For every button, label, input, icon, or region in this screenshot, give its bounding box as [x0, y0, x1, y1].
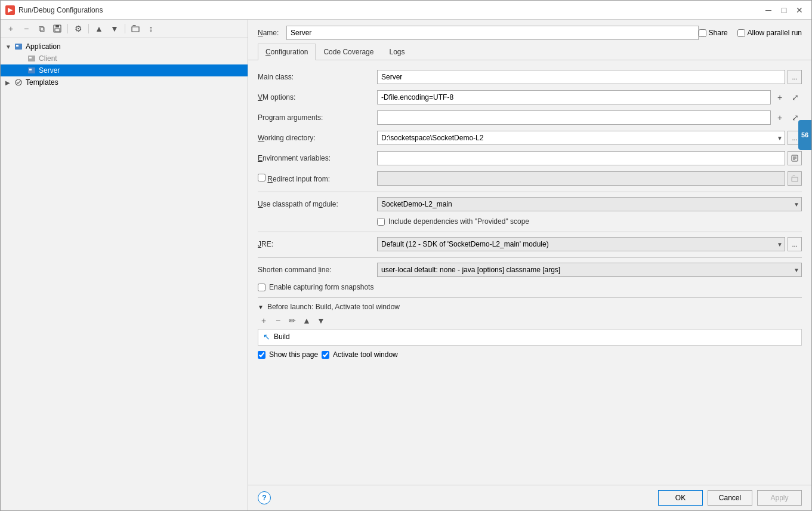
config-tree[interactable]: ▼ Application ▶ Client ▶	[1, 38, 248, 510]
title-bar: ▶ Run/Debug Configurations ─ □ ✕	[1, 1, 811, 20]
show-page-checkbox[interactable]	[258, 351, 265, 359]
templates-icon	[14, 78, 23, 87]
jre-browse-button[interactable]: ...	[788, 237, 802, 251]
redirect-browse-button[interactable]	[788, 171, 802, 186]
bl-add-button[interactable]: +	[258, 315, 270, 327]
arrow-icon: ▶	[5, 79, 14, 86]
header-checkboxes: Share Allow parallel run	[699, 29, 802, 37]
program-args-control: + ⤢	[377, 110, 802, 125]
application-icon	[14, 42, 23, 51]
classpath-select[interactable]: SocketDemo-L2_main	[377, 197, 802, 211]
redirect-text: Redirect input from:	[267, 175, 330, 183]
parallel-label: Allow parallel run	[748, 29, 802, 37]
classpath-control: SocketDemo-L2_main ▼	[377, 197, 802, 211]
bl-down-button[interactable]: ▼	[315, 315, 327, 327]
program-args-row: Program arguments: + ⤢	[258, 110, 802, 125]
tabs-row: Configuration Code Coverage Logs	[248, 44, 811, 60]
program-args-input[interactable]	[377, 110, 771, 125]
jre-row: JRE: Default (12 - SDK of 'SocketDemo-L2…	[258, 237, 802, 251]
bl-remove-button[interactable]: −	[272, 315, 284, 327]
section-divider-4	[258, 297, 802, 298]
tree-item-application[interactable]: ▼ Application	[1, 41, 248, 53]
section-divider-1	[258, 192, 802, 192]
main-class-label: Main class:	[258, 73, 377, 81]
parallel-checkbox[interactable]	[737, 29, 745, 37]
env-vars-input[interactable]	[377, 151, 785, 165]
help-button[interactable]: ?	[258, 491, 271, 504]
env-vars-row: Environment variables:	[258, 151, 802, 165]
tab-logs[interactable]: Logs	[381, 44, 412, 60]
main-class-row: Main class: ...	[258, 70, 802, 84]
build-label: Build	[274, 333, 290, 341]
right-panel: Name: Share Allow parallel run	[248, 20, 811, 510]
copy-config-button[interactable]: ⧉	[35, 22, 48, 35]
show-page-label: Show this page	[269, 350, 318, 359]
include-deps-row: Include dependencies with "Provided" sco…	[377, 217, 802, 226]
jre-select[interactable]: Default (12 - SDK of 'SocketDemo-L2_main…	[377, 237, 785, 251]
build-list: ↖ Build	[258, 329, 802, 346]
left-panel: + − ⧉ ⚙ ▲ ▼ ↕ ▼	[1, 20, 248, 510]
move-to-folder-button[interactable]	[129, 22, 142, 35]
build-item: ↖ Build	[258, 330, 801, 344]
before-launch-toolbar: + − ✏ ▲ ▼	[258, 315, 802, 327]
dialog-title: Run/Debug Configurations	[18, 6, 103, 14]
bl-edit-button[interactable]: ✏	[286, 315, 298, 327]
env-vars-edit-button[interactable]	[788, 151, 802, 165]
vm-options-label: VM options:	[258, 93, 377, 101]
vm-options-input[interactable]	[377, 90, 771, 104]
content-area: + − ⧉ ⚙ ▲ ▼ ↕ ▼	[1, 20, 811, 510]
move-up-button[interactable]: ▲	[92, 22, 106, 35]
move-down-button[interactable]: ▼	[108, 22, 121, 35]
activate-tool-window-checkbox[interactable]	[322, 351, 329, 359]
ok-button[interactable]: OK	[658, 490, 703, 506]
sort-button[interactable]: ↕	[144, 22, 158, 35]
vm-maximize-button[interactable]: ⤢	[789, 91, 802, 104]
apply-button[interactable]: Apply	[757, 490, 802, 506]
args-expand-button[interactable]: +	[773, 111, 786, 124]
save-config-button[interactable]	[51, 22, 64, 35]
redirect-checkbox[interactable]	[258, 174, 265, 181]
tree-item-server[interactable]: ▶ Server	[1, 64, 248, 76]
jre-control: Default (12 - SDK of 'SocketDemo-L2_main…	[377, 237, 802, 251]
name-label: Name:	[258, 29, 282, 37]
redirect-input[interactable]	[377, 171, 785, 186]
tab-configuration[interactable]: Configuration	[258, 44, 316, 60]
settings-button[interactable]: ⚙	[72, 22, 85, 35]
show-page-row: Show this page Activate tool window	[258, 350, 802, 359]
close-button[interactable]: ✕	[792, 4, 807, 16]
redirect-label: Redirect input from:	[258, 174, 377, 183]
include-deps-checkbox[interactable]	[377, 218, 385, 226]
scroll-indicator: 56	[798, 120, 811, 150]
main-class-control: ...	[377, 70, 802, 84]
left-toolbar: + − ⧉ ⚙ ▲ ▼ ↕	[1, 20, 248, 38]
arrow-icon: ▼	[5, 44, 14, 50]
enable-capturing-row: Enable capturing form snapshots	[258, 283, 802, 291]
svg-rect-4	[16, 45, 18, 47]
tree-item-client[interactable]: ▶ Client	[1, 53, 248, 64]
working-dir-input[interactable]	[377, 131, 785, 145]
remove-config-button[interactable]: −	[20, 22, 33, 35]
name-input[interactable]	[286, 26, 699, 40]
cancel-button[interactable]: Cancel	[708, 490, 752, 506]
share-checkbox[interactable]	[699, 29, 706, 37]
add-config-button[interactable]: +	[4, 22, 17, 35]
vm-options-row: VM options: + ⤢	[258, 90, 802, 104]
section-divider-2	[258, 232, 802, 232]
build-icon: ↖	[263, 332, 270, 341]
maximize-button[interactable]: □	[777, 4, 791, 16]
main-class-browse-button[interactable]: ...	[788, 70, 802, 84]
tree-item-templates[interactable]: ▶ Templates	[1, 76, 248, 88]
tab-code-coverage[interactable]: Code Coverage	[316, 44, 381, 60]
include-deps-label: Include dependencies with "Provided" sco…	[388, 217, 529, 226]
shorten-cmd-select[interactable]: user-local default: none - java [options…	[377, 263, 802, 277]
working-dir-label: Working directory:	[258, 134, 377, 142]
main-class-input[interactable]	[377, 70, 785, 84]
before-launch-header: ▼ Before launch: Build, Activate tool wi…	[258, 303, 802, 311]
bottom-buttons: ? OK Cancel Apply	[248, 485, 811, 510]
vm-expand-button[interactable]: +	[773, 91, 786, 104]
activate-tool-window-label: Activate tool window	[333, 350, 398, 359]
classpath-label: Use classpath of module:	[258, 200, 377, 208]
bl-up-button[interactable]: ▲	[301, 315, 313, 327]
enable-capturing-checkbox[interactable]	[258, 284, 265, 291]
minimize-button[interactable]: ─	[761, 4, 776, 16]
